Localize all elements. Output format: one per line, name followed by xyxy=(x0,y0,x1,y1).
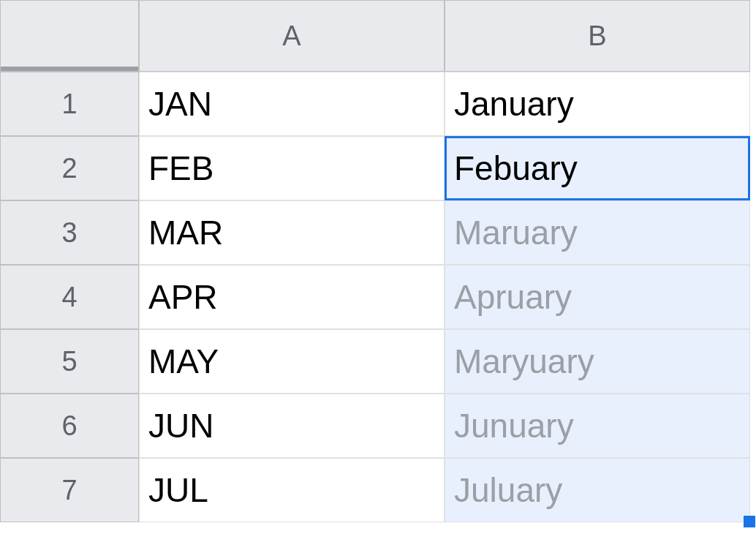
row-header-6[interactable]: 6 xyxy=(0,394,139,458)
row-header-4[interactable]: 4 xyxy=(0,265,139,329)
fill-handle[interactable] xyxy=(744,516,755,527)
cell-b1[interactable]: January xyxy=(445,72,750,136)
row-header-7[interactable]: 7 xyxy=(0,458,139,522)
cell-b3-suggestion[interactable]: Maruary xyxy=(445,200,750,265)
cell-b7-value: Juluary xyxy=(454,470,562,510)
cell-b2-active[interactable]: Febuary xyxy=(445,136,750,200)
row-header-2[interactable]: 2 xyxy=(0,136,139,200)
cell-a1[interactable]: JAN xyxy=(139,72,445,136)
row-header-5[interactable]: 5 xyxy=(0,329,139,394)
cell-a3[interactable]: MAR xyxy=(139,200,445,265)
cell-b6-suggestion[interactable]: Junuary xyxy=(445,394,750,458)
cell-a6[interactable]: JUN xyxy=(139,394,445,458)
spreadsheet-grid[interactable]: A B 1 JAN January 2 FEB Febuary 3 MAR Ma… xyxy=(0,0,756,522)
cell-b4-suggestion[interactable]: Apruary xyxy=(445,265,750,329)
column-header-a[interactable]: A xyxy=(139,0,445,72)
cell-a7[interactable]: JUL xyxy=(139,458,445,522)
cell-a5[interactable]: MAY xyxy=(139,329,445,394)
column-header-b[interactable]: B xyxy=(445,0,750,72)
cell-b2-value: Febuary xyxy=(454,148,578,188)
cell-a2[interactable]: FEB xyxy=(139,136,445,200)
row-header-1[interactable]: 1 xyxy=(0,72,139,136)
row-header-3[interactable]: 3 xyxy=(0,200,139,265)
corner-select-all[interactable] xyxy=(0,0,139,72)
cell-b5-suggestion[interactable]: Maryuary xyxy=(445,329,750,394)
cell-a4[interactable]: APR xyxy=(139,265,445,329)
cell-b7-suggestion[interactable]: Juluary xyxy=(445,458,750,522)
